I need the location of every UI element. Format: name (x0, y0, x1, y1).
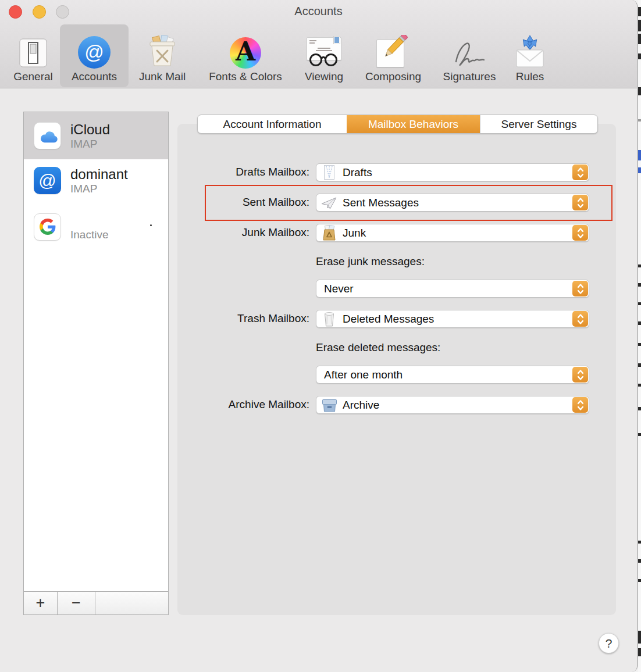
general-icon (19, 28, 48, 69)
toolbar-label: Accounts (72, 70, 117, 83)
icloud-icon (34, 122, 61, 149)
question-mark-icon: ? (606, 637, 612, 650)
help-button[interactable]: ? (599, 633, 619, 653)
toolbar-label: Fonts & Colors (209, 70, 282, 83)
account-text: dominant IMAP (70, 166, 128, 195)
drafts-mailbox-label: Drafts Mailbox: (175, 163, 309, 181)
preferences-window: Accounts General @ Accounts (0, 0, 638, 672)
rules-icon (513, 28, 547, 69)
account-row-google[interactable]: Inactive (24, 202, 168, 252)
dropdown-value: Archive (343, 399, 379, 412)
dropdown-value: Junk (343, 227, 366, 240)
trash-mailbox-dropdown[interactable]: Deleted Messages (316, 310, 589, 328)
sidebar-footer: + − (24, 591, 168, 614)
toolbar-label: Composing (365, 70, 421, 83)
toolbar-item-composing[interactable]: Composing (356, 24, 430, 87)
composing-icon (376, 28, 410, 69)
erase-deleted-dropdown[interactable]: After one month (316, 366, 589, 384)
tab-label: Account Information (223, 118, 322, 131)
tab-label: Mailbox Behaviors (368, 118, 458, 131)
archive-box-icon (320, 398, 338, 412)
trash-icon (320, 311, 338, 327)
accounts-sidebar: iCloud IMAP @ dominant IMAP (23, 112, 169, 615)
window-title: Accounts (0, 5, 637, 18)
erase-deleted-label: Erase deleted messages: (316, 341, 440, 354)
archive-mailbox-label: Archive Mailbox: (175, 396, 309, 413)
junk-mailbox-label: Junk Mailbox: (175, 224, 309, 241)
viewing-icon (305, 28, 343, 69)
toolbar-item-fonts-colors[interactable]: A Fonts & Colors (199, 24, 292, 87)
sent-icon (320, 196, 338, 210)
dropdown-value: Deleted Messages (343, 313, 434, 326)
toolbar-label: Signatures (443, 70, 496, 83)
tab-server-settings[interactable]: Server Settings (480, 115, 597, 133)
account-status: IMAP (70, 138, 110, 151)
drafts-icon (320, 165, 338, 180)
dropdown-value: Drafts (343, 166, 372, 179)
stepper-chevrons-icon (572, 195, 588, 210)
account-text: iCloud IMAP (70, 121, 110, 151)
tab-label: Server Settings (501, 118, 577, 131)
account-name (70, 212, 108, 228)
toolbar-item-general[interactable]: General (7, 24, 59, 87)
tab-mailbox-behaviors[interactable]: Mailbox Behaviors (347, 115, 480, 133)
toolbar-item-accounts[interactable]: @ Accounts (60, 24, 129, 87)
minus-icon: − (72, 594, 81, 612)
toolbar-label: Viewing (305, 70, 343, 83)
erase-junk-label: Erase junk messages: (316, 255, 425, 268)
account-row-icloud[interactable]: iCloud IMAP (24, 112, 168, 159)
sent-mailbox-label: Sent Mailbox: (175, 194, 309, 211)
tab-bar: Account Information Mailbox Behaviors Se… (197, 115, 598, 134)
junk-mailbox-dropdown[interactable]: Junk (316, 224, 589, 242)
account-list: iCloud IMAP @ dominant IMAP (24, 112, 168, 591)
stepper-chevrons-icon (572, 397, 588, 413)
at-icon: @ (34, 167, 61, 194)
footer-filler (95, 592, 168, 614)
content-area: iCloud IMAP @ dominant IMAP (0, 88, 638, 672)
dropdown-value: Sent Messages (343, 196, 419, 209)
stepper-chevrons-icon (572, 165, 588, 180)
toolbar-item-viewing[interactable]: Viewing (296, 24, 352, 87)
screen: Accounts General @ Accounts (0, 0, 641, 672)
desktop-edge-artifacts (638, 0, 641, 672)
junk-bag-icon (320, 225, 338, 241)
toolbar-item-signatures[interactable]: Signatures (435, 24, 504, 87)
toolbar-label: Junk Mail (139, 70, 186, 83)
account-status: IMAP (70, 183, 128, 195)
junk-mail-icon (145, 28, 179, 69)
dropdown-value: Never (324, 283, 354, 295)
dropdown-value: After one month (324, 369, 403, 381)
signatures-icon (451, 28, 487, 69)
remove-account-button[interactable]: − (58, 592, 95, 614)
accounts-icon: @ (78, 28, 111, 69)
trash-mailbox-label: Trash Mailbox: (175, 310, 309, 327)
plus-icon: + (36, 594, 45, 612)
google-icon (34, 213, 61, 241)
titlebar: Accounts (0, 0, 637, 23)
account-text: Inactive (70, 212, 108, 241)
account-name: dominant (70, 166, 128, 183)
account-row-dominant[interactable]: @ dominant IMAP (24, 159, 168, 202)
toolbar-label: General (13, 70, 53, 83)
stepper-chevrons-icon (572, 311, 588, 327)
account-status: Inactive (70, 228, 108, 241)
toolbar-item-rules[interactable]: Rules (508, 24, 551, 87)
archive-mailbox-dropdown[interactable]: Archive (316, 396, 589, 414)
toolbar-item-junk-mail[interactable]: Junk Mail (131, 24, 194, 87)
fonts-colors-icon: A (230, 28, 261, 69)
tab-account-information[interactable]: Account Information (198, 115, 347, 133)
toolbar-label: Rules (516, 70, 544, 83)
stepper-chevrons-icon (572, 225, 588, 241)
stepper-chevrons-icon (572, 281, 588, 296)
stepper-chevrons-icon (572, 367, 588, 383)
add-account-button[interactable]: + (24, 592, 58, 614)
screenshot-artifact-dot (150, 224, 152, 226)
drafts-mailbox-dropdown[interactable]: Drafts (316, 163, 589, 181)
account-name: iCloud (70, 121, 110, 138)
sent-mailbox-dropdown[interactable]: Sent Messages (316, 194, 589, 212)
window-header: Accounts General @ Accounts (0, 0, 637, 88)
erase-junk-dropdown[interactable]: Never (316, 280, 589, 298)
